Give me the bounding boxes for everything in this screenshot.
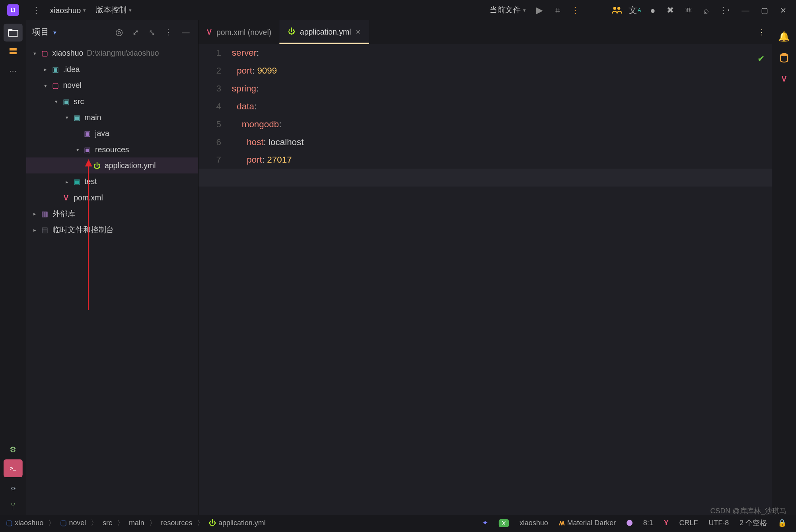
tools-icon[interactable]: ✖ bbox=[662, 5, 679, 16]
tree-novel[interactable]: ▾▢novel bbox=[26, 77, 198, 93]
ide-logo-icon: IJ bbox=[7, 4, 19, 16]
hide-sidebar-icon[interactable]: — bbox=[179, 27, 192, 38]
editor: Vpom.xml (novel) ⏻application.yml× ⋮ 123… bbox=[199, 20, 772, 515]
status-theme[interactable]: ʍMaterial Darker bbox=[555, 519, 619, 527]
tab-close-icon[interactable]: × bbox=[356, 27, 360, 36]
atom-icon[interactable]: ⚛ bbox=[679, 5, 697, 16]
project-tree: ▾▢xiaoshuoD:\xiangmu\xiaoshuo ▸▣.idea ▾▢… bbox=[26, 44, 198, 515]
left-tool-rail: ⋯ ⚙ >_ ☼ ᛘ bbox=[0, 20, 26, 515]
notifications-icon[interactable]: 🔔 bbox=[778, 31, 790, 42]
svg-point-1 bbox=[617, 7, 620, 10]
status-eol[interactable]: CRLF bbox=[676, 519, 702, 527]
sidebar-title[interactable]: 项目 bbox=[32, 27, 49, 37]
database-tool-icon[interactable] bbox=[779, 53, 789, 64]
crumb-resources[interactable]: resources bbox=[161, 519, 193, 527]
code-with-me-icon[interactable] bbox=[608, 6, 626, 14]
tree-java[interactable]: ▣java bbox=[26, 125, 198, 141]
more-run-icon[interactable]: ⋮ bbox=[566, 5, 584, 16]
tree-src[interactable]: ▾▣src bbox=[26, 93, 198, 109]
svg-rect-5 bbox=[10, 52, 17, 54]
rail-settings-icon[interactable]: ⚙ bbox=[4, 440, 23, 458]
tab-pom[interactable]: Vpom.xml (novel) bbox=[199, 20, 280, 44]
vcs-selector[interactable]: 版本控制▾ bbox=[91, 2, 137, 18]
title-bar: IJ ⋮ xiaoshuo▾ 版本控制▾ 当前文件▾ ▶ ⌗ ⋮ 文A ● ✖ … bbox=[0, 0, 796, 20]
crumb-main[interactable]: main bbox=[129, 519, 144, 527]
svg-point-0 bbox=[613, 7, 616, 10]
sidebar-header: 项目 ▾ ◎ ⤢ ⤡ ⋮ — bbox=[26, 20, 198, 44]
tree-scratches[interactable]: ▸▤临时文件和控制台 bbox=[26, 221, 198, 237]
rail-problems-icon[interactable]: ☼ bbox=[4, 478, 23, 496]
code-area[interactable]: 12345678 server: port: 9099 spring: data… bbox=[199, 44, 772, 515]
status-dot-icon[interactable]: ● bbox=[644, 5, 662, 15]
translate-icon[interactable]: 文A bbox=[626, 4, 644, 16]
status-bar: ▢xiaoshuo〉 ▢novel〉 src〉 main〉 resources〉… bbox=[0, 515, 796, 531]
crumb-root[interactable]: ▢xiaoshuo bbox=[6, 519, 43, 527]
status-project[interactable]: xiaoshuo bbox=[516, 519, 552, 527]
editor-tabs: Vpom.xml (novel) ⏻application.yml× ⋮ bbox=[199, 20, 772, 44]
tree-pom[interactable]: Vpom.xml bbox=[26, 190, 198, 206]
crumb-file[interactable]: ⏻application.yml bbox=[209, 519, 266, 527]
settings-icon[interactable]: ⋮• bbox=[715, 5, 733, 16]
status-lock-icon[interactable]: 🔒 bbox=[774, 519, 790, 527]
maven-tool-icon[interactable]: V bbox=[782, 74, 787, 83]
svg-rect-4 bbox=[10, 48, 17, 50]
run-icon[interactable]: ▶ bbox=[531, 5, 549, 16]
crumb-novel[interactable]: ▢novel bbox=[60, 519, 86, 527]
sidebar-menu-icon[interactable]: ⋮ bbox=[162, 27, 175, 38]
main-menu-button[interactable]: ⋮ bbox=[27, 5, 45, 16]
code-lines[interactable]: server: port: 9099 spring: data: mongodb… bbox=[230, 44, 772, 515]
search-icon[interactable]: ⌕ bbox=[697, 5, 715, 15]
rail-project-icon[interactable] bbox=[4, 24, 23, 42]
crumb-src[interactable]: src bbox=[103, 519, 112, 527]
run-config-selector[interactable]: 当前文件▾ bbox=[485, 2, 531, 18]
svg-point-6 bbox=[780, 53, 788, 56]
target-icon[interactable]: ◎ bbox=[113, 25, 125, 39]
tree-resources[interactable]: ▾▣resources bbox=[26, 142, 198, 157]
svg-rect-3 bbox=[8, 29, 12, 31]
rail-git-icon[interactable]: ᛘ bbox=[4, 497, 23, 515]
tabs-menu-icon[interactable]: ⋮ bbox=[751, 20, 772, 44]
tree-application-yml[interactable]: ⏻application.yml bbox=[26, 157, 198, 173]
maximize-button[interactable]: ▢ bbox=[757, 2, 772, 18]
chevron-down-icon[interactable]: ▾ bbox=[53, 29, 56, 35]
tree-main[interactable]: ▾▣main bbox=[26, 109, 198, 125]
tree-idea[interactable]: ▸▣.idea bbox=[26, 61, 198, 77]
minimize-button[interactable]: — bbox=[738, 2, 753, 18]
tab-application-yml[interactable]: ⏻application.yml× bbox=[280, 20, 369, 44]
status-dot-icon[interactable] bbox=[623, 520, 636, 526]
debug-icon[interactable]: ⌗ bbox=[549, 5, 566, 16]
gutter: 12345678 bbox=[199, 44, 230, 515]
svg-rect-2 bbox=[8, 30, 18, 36]
tree-test[interactable]: ▸▣test bbox=[26, 173, 198, 189]
rail-more-icon[interactable]: ⋯ bbox=[4, 62, 23, 80]
tree-root[interactable]: ▾▢xiaoshuoD:\xiangmu\xiaoshuo bbox=[26, 45, 198, 61]
status-indent[interactable]: 2 个空格 bbox=[736, 518, 771, 528]
rail-terminal-icon[interactable]: >_ bbox=[4, 459, 23, 477]
collapse-all-icon[interactable]: ⤡ bbox=[146, 27, 158, 38]
expand-all-icon[interactable]: ⤢ bbox=[130, 27, 141, 38]
project-sidebar: 项目 ▾ ◎ ⤢ ⤡ ⋮ — ▾▢xiaoshuoD:\xiangmu\xiao… bbox=[26, 20, 199, 515]
project-selector[interactable]: xiaoshuo▾ bbox=[45, 3, 91, 17]
close-button[interactable]: ✕ bbox=[776, 2, 791, 18]
status-graph-icon[interactable]: ✦ bbox=[479, 519, 492, 527]
rail-database-icon[interactable] bbox=[4, 43, 23, 61]
status-y-icon[interactable]: Y bbox=[660, 519, 672, 527]
status-encoding[interactable]: UTF-8 bbox=[705, 519, 732, 527]
status-x-badge[interactable]: X bbox=[495, 519, 512, 526]
tree-external-libs[interactable]: ▸▥外部库 bbox=[26, 206, 198, 221]
status-position[interactable]: 8:1 bbox=[640, 519, 657, 527]
right-tool-rail: 🔔 V bbox=[772, 20, 796, 515]
